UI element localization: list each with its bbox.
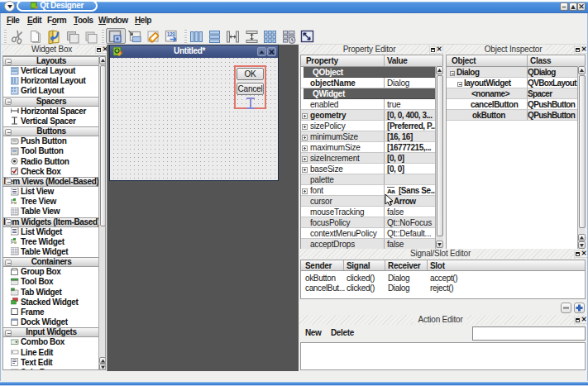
svg-text:123: 123 xyxy=(167,31,175,37)
